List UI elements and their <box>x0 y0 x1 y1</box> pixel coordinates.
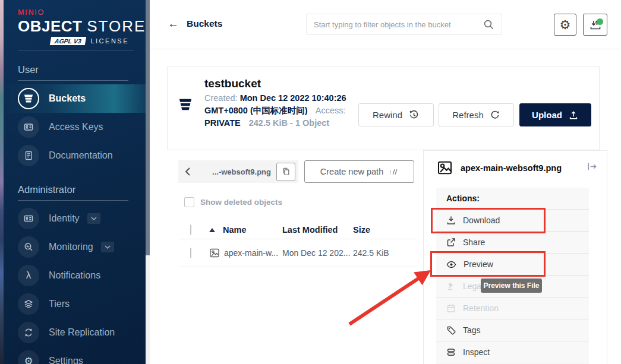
table-row[interactable]: apex-main-w... Mon Dec 12 202... 242.5 K… <box>178 239 416 267</box>
sidebar-item-notifications[interactable]: λ Notifications <box>4 261 146 290</box>
sidebar-item-identity[interactable]: Identity <box>4 204 146 233</box>
site-replication-icon <box>18 322 39 343</box>
copy-path-button[interactable] <box>276 163 295 181</box>
sidebar-item-label: Settings <box>49 356 83 364</box>
action-label: Retention <box>463 303 499 313</box>
sidebar-scrollbar-track[interactable] <box>146 0 150 364</box>
column-label: Name <box>223 225 247 235</box>
collapse-panel-icon[interactable] <box>587 162 597 174</box>
row-checkbox[interactable] <box>190 248 191 258</box>
documentation-icon <box>18 145 39 166</box>
bucket-summary-card: testbucket Created: Mon Dec 12 2022 10:4… <box>167 67 600 150</box>
sidebar: MINIO OBJECT STORE AGPL V3 LICENSE User … <box>4 0 146 364</box>
access-keys-icon <box>18 116 39 138</box>
access-value: PRIVATE <box>204 118 241 128</box>
path-back-button[interactable] <box>178 167 197 176</box>
show-deleted-checkbox[interactable] <box>184 197 194 207</box>
gear-icon: ⚙ <box>18 350 39 364</box>
column-header-last-modified[interactable]: Last Modified <box>282 225 353 235</box>
refresh-button[interactable]: Refresh <box>439 103 514 126</box>
tiers-icon <box>18 293 39 315</box>
minio-wordmark-io: IO <box>34 8 45 17</box>
share-icon <box>446 238 456 247</box>
bucket-meta: Created: Mon Dec 12 2022 10:40:26 GMT+08… <box>204 92 384 129</box>
sidebar-item-access-keys[interactable]: Access Keys <box>4 113 146 141</box>
image-file-icon <box>209 248 220 258</box>
sidebar-scrollbar-thumb[interactable] <box>146 0 150 255</box>
upload-button[interactable]: Upload <box>519 103 591 126</box>
chevron-down-icon[interactable] <box>87 213 100 224</box>
sidebar-item-site-replication[interactable]: Site Replication <box>4 318 146 347</box>
sidebar-item-tiers[interactable]: Tiers <box>4 290 146 318</box>
chevron-down-icon[interactable] <box>101 242 114 252</box>
sidebar-item-label: Buckets <box>49 93 86 104</box>
section-underline <box>18 200 128 201</box>
back-arrow-icon: ← <box>168 18 179 29</box>
sidebar-item-label: Site Replication <box>49 327 115 338</box>
action-download[interactable]: Download <box>436 210 589 232</box>
license-row: AGPL V3 LICENSE <box>18 37 134 45</box>
sidebar-item-monitoring[interactable]: Monitoring <box>4 233 146 261</box>
object-store-title-light: STORE <box>87 17 146 35</box>
monitoring-icon <box>18 236 39 258</box>
sidebar-item-settings[interactable]: ⚙ Settings <box>4 347 146 364</box>
action-retention: Retention <box>436 297 589 319</box>
legal-hold-icon <box>446 281 456 291</box>
inspect-icon <box>446 347 456 357</box>
notification-dot <box>597 18 603 25</box>
object-manager-button[interactable] <box>583 14 607 36</box>
lambda-icon: λ <box>18 265 39 286</box>
action-preview[interactable]: Preview <box>436 254 589 276</box>
column-header-name[interactable]: Name <box>209 225 282 235</box>
action-label: Share <box>463 238 485 247</box>
upload-label: Upload <box>532 110 562 120</box>
minio-logo: MINIO OBJECT STORE AGPL V3 LICENSE <box>4 0 146 51</box>
current-path-text: ...-websoft9.png <box>197 167 276 176</box>
preview-tooltip: Preview this File <box>481 278 542 293</box>
sidebar-item-label: Tiers <box>49 299 70 309</box>
bucket-icon <box>178 97 193 115</box>
refresh-label: Refresh <box>452 110 484 120</box>
sidebar-item-buckets[interactable]: Buckets <box>4 84 146 113</box>
retention-icon <box>446 303 456 313</box>
column-header-size[interactable]: Size <box>353 225 416 235</box>
minio-wordmark: MINIO <box>18 8 134 17</box>
gear-icon: ⚙ <box>560 18 571 32</box>
eye-icon <box>446 259 456 270</box>
tag-icon <box>446 325 456 335</box>
action-share[interactable]: Share <box>436 232 589 254</box>
objects-table: Name Last Modified Size apex-main-w... M… <box>178 221 416 267</box>
upload-icon <box>568 110 579 121</box>
object-store-title: OBJECT STORE <box>18 17 134 36</box>
create-path-label: Create new path <box>320 167 383 176</box>
object-details-panel: apex-main-websoft9.png Actions: Download <box>423 150 607 364</box>
settings-button[interactable]: ⚙ <box>554 14 576 36</box>
created-label: Created: <box>204 93 238 103</box>
action-inspect[interactable]: Inspect <box>436 341 589 363</box>
show-deleted-label: Show deleted objects <box>200 198 282 207</box>
sidebar-item-documentation[interactable]: Documentation <box>4 141 146 170</box>
sidebar-item-label: Notifications <box>49 270 100 281</box>
create-new-path-button[interactable]: Create new path <box>304 160 414 183</box>
sidebar-section-user: User <box>4 64 146 75</box>
bucket-name: testbucket <box>204 77 261 90</box>
bucket-usage: 242.5 KiB - 1 Object <box>249 118 329 128</box>
header-divider <box>150 49 621 49</box>
action-tags[interactable]: Tags <box>436 319 589 341</box>
rewind-button[interactable]: Rewind <box>358 103 434 126</box>
object-store-title-bold: OBJECT <box>18 17 82 35</box>
details-filename: apex-main-websoft9.png <box>461 163 562 173</box>
sidebar-item-label: Identity <box>49 213 80 224</box>
rewind-icon <box>408 109 420 121</box>
object-size: 242.5 KiB <box>353 248 416 258</box>
refresh-icon <box>490 110 500 121</box>
access-label: Access: <box>316 106 346 115</box>
sidebar-section-administrator: Administrator <box>4 184 146 195</box>
select-all-checkbox[interactable] <box>190 224 191 235</box>
path-bar: ...-websoft9.png <box>178 160 298 183</box>
action-label: Tags <box>463 325 481 335</box>
back-to-buckets-link[interactable]: ← Buckets <box>168 18 222 29</box>
search-input[interactable] <box>314 20 483 29</box>
object-name: apex-main-w... <box>224 248 278 258</box>
details-header: apex-main-websoft9.png <box>437 160 562 176</box>
